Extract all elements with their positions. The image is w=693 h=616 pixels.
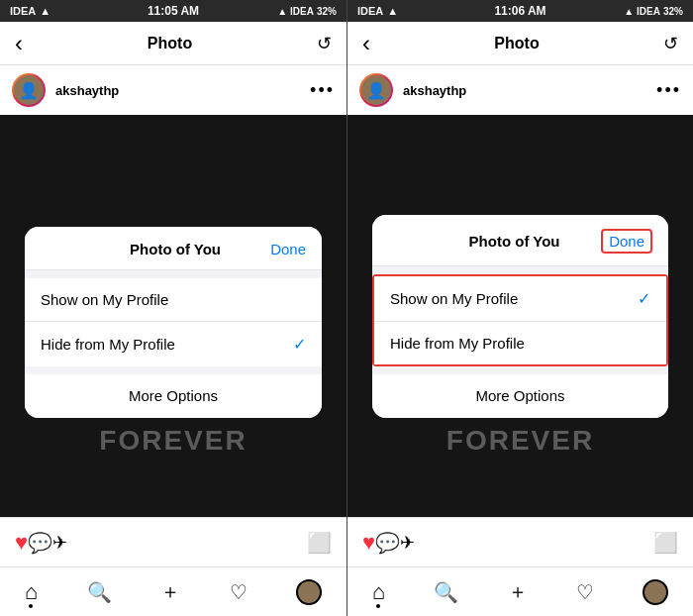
right-back-icon[interactable]: ‹ [362, 30, 370, 57]
right-status-right: ▲ IDEA 32% [624, 6, 683, 17]
left-back-icon[interactable]: ‹ [15, 30, 23, 57]
left-show-item[interactable]: Show on My Profile [25, 278, 322, 322]
left-phone-panel: IDEA ▲ 11:05 AM ▲ IDEA 32% ‹ Photo ↺ 👤 a… [0, 0, 346, 616]
right-post-header: 👤 akshaythp ••• [347, 65, 693, 115]
right-home-dot [376, 604, 380, 608]
right-avatar-inner: 👤 [361, 75, 391, 105]
right-modal-section: Show on My Profile ✓ Hide from My Profil… [372, 274, 668, 366]
left-modal-title: Photo of You [80, 241, 270, 257]
right-done-button[interactable]: Done [601, 229, 652, 254]
left-post-dots[interactable]: ••• [310, 80, 335, 101]
right-checkmark: ✓ [638, 289, 650, 308]
right-show-label: Show on My Profile [390, 290, 518, 307]
right-heart-icon[interactable]: ♥ [362, 530, 375, 556]
left-avatar: 👤 [12, 73, 46, 107]
left-share-icon[interactable]: ✈ [52, 532, 67, 554]
left-username: akshaythp [55, 83, 119, 98]
right-share-icon[interactable]: ✈ [400, 532, 415, 554]
right-home-icon: ⌂ [372, 579, 385, 605]
left-time: 11:05 AM [148, 4, 199, 18]
left-status-left: IDEA ▲ [10, 5, 50, 17]
right-hide-label: Hide from My Profile [390, 335, 525, 352]
left-hide-label: Hide from My Profile [41, 336, 175, 353]
right-status-bar: IDEA ▲ 11:06 AM ▲ IDEA 32% [347, 0, 693, 22]
left-home-nav[interactable]: ⌂ [25, 579, 38, 605]
right-post-dots[interactable]: ••• [656, 80, 681, 101]
left-home-bar: ⌂ 🔍 ＋ ♡ [0, 566, 346, 616]
right-modal-title: Photo of You [428, 233, 601, 250]
left-carrier2: IDEA [290, 6, 314, 17]
left-comment-icon[interactable]: 💬 [28, 531, 52, 555]
right-hide-item[interactable]: Hide from My Profile [374, 322, 666, 364]
right-signal2-icon: ▲ [624, 6, 634, 17]
right-refresh-icon[interactable]: ↺ [663, 33, 678, 54]
right-modal-header: Photo of You Done [372, 215, 668, 266]
left-battery: 32% [317, 6, 337, 17]
right-show-item[interactable]: Show on My Profile ✓ [374, 276, 666, 322]
right-bottom-bar: ♥ 💬 ✈ ⬜ [347, 517, 693, 566]
left-avatar-row: 👤 akshaythp [12, 73, 119, 107]
left-signal-icon: ▲ [40, 5, 50, 17]
left-modal-sheet: Photo of You Done Show on My Profile Hid… [25, 227, 322, 418]
right-battery: 32% [663, 6, 683, 17]
right-home-bar: ⌂ 🔍 ＋ ♡ [347, 566, 693, 616]
left-home-icon: ⌂ [25, 579, 38, 605]
right-profile-avatar[interactable] [643, 579, 668, 605]
right-carrier: IDEA [357, 5, 383, 17]
left-bookmark-icon[interactable]: ⬜ [307, 531, 332, 555]
left-post-header: 👤 akshaythp ••• [0, 65, 346, 115]
left-nav-title: Photo [148, 35, 192, 52]
right-more-label: More Options [475, 387, 564, 404]
right-home-nav[interactable]: ⌂ [372, 579, 385, 605]
right-nav-title: Photo [494, 35, 539, 52]
left-more-options[interactable]: More Options [25, 374, 322, 418]
right-signal-icon: ▲ [387, 5, 398, 17]
left-modal-header: Photo of You Done [25, 227, 322, 270]
left-carrier: IDEA [10, 5, 36, 17]
left-more-label: More Options [129, 387, 218, 404]
right-activity-icon[interactable]: ♡ [576, 580, 594, 604]
left-create-icon[interactable]: ＋ [160, 578, 180, 605]
right-modal-sheet: Photo of You Done Show on My Profile ✓ H… [372, 215, 668, 418]
left-status-right: ▲ IDEA 32% [277, 6, 337, 17]
right-time: 11:06 AM [494, 4, 545, 18]
left-show-label: Show on My Profile [41, 291, 168, 308]
right-status-left: IDEA ▲ [357, 5, 398, 17]
left-done-button[interactable]: Done [270, 241, 306, 257]
left-activity-icon[interactable]: ♡ [230, 580, 248, 604]
left-gap [25, 366, 322, 374]
left-avatar-inner: 👤 [14, 75, 44, 105]
left-home-dot [29, 604, 33, 608]
left-nav-bar: ‹ Photo ↺ [0, 22, 346, 65]
right-gap [372, 366, 668, 374]
right-phone-panel: IDEA ▲ 11:06 AM ▲ IDEA 32% ‹ Photo ↺ 👤 a… [346, 0, 693, 616]
right-more-options[interactable]: More Options [372, 374, 668, 418]
right-bookmark-icon[interactable]: ⬜ [653, 531, 678, 555]
right-comment-icon[interactable]: 💬 [375, 531, 400, 555]
right-create-icon[interactable]: ＋ [508, 578, 528, 605]
right-search-nav-icon[interactable]: 🔍 [434, 580, 458, 604]
right-avatar: 👤 [359, 73, 393, 107]
left-bottom-bar: ♥ 💬 ✈ ⬜ [0, 517, 346, 566]
right-username: akshaythp [403, 83, 466, 98]
left-hide-item[interactable]: Hide from My Profile ✓ [25, 322, 322, 366]
left-profile-avatar[interactable] [296, 579, 322, 605]
right-nav-bar: ‹ Photo ↺ [347, 22, 693, 65]
left-checkmark: ✓ [293, 335, 306, 354]
right-bg-image: CHANGE THE WAYYOU WORK FOREVER Photo of … [347, 115, 693, 517]
left-bg-image: CHANGE THE WAYYOU WORK FOREVER Photo of … [0, 115, 346, 517]
left-status-bar: IDEA ▲ 11:05 AM ▲ IDEA 32% [0, 0, 346, 22]
right-carrier2: IDEA [637, 6, 660, 17]
left-signal2-icon: ▲ [277, 6, 287, 17]
left-heart-icon[interactable]: ♥ [15, 530, 28, 556]
left-search-nav-icon[interactable]: 🔍 [87, 580, 112, 604]
left-refresh-icon[interactable]: ↺ [317, 33, 332, 54]
right-avatar-row: 👤 akshaythp [359, 73, 466, 107]
left-modal-section: Show on My Profile Hide from My Profile … [25, 278, 322, 366]
